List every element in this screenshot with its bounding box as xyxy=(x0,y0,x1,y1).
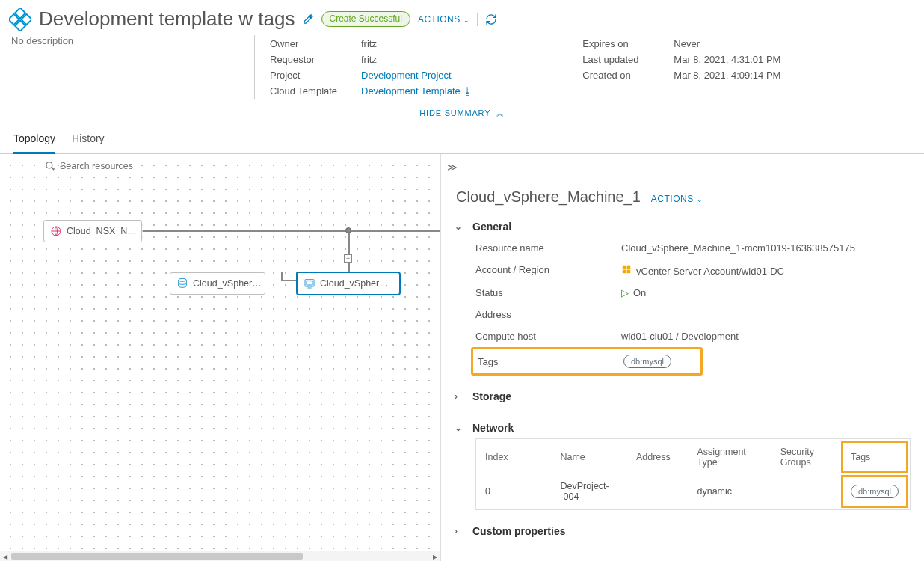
chevron-down-icon: ⌄ xyxy=(455,221,463,232)
svg-point-26 xyxy=(179,278,187,281)
scroll-left-icon[interactable]: ◀ xyxy=(0,551,10,561)
no-description-text: No description xyxy=(11,35,254,99)
section-custom-toggle[interactable]: ›Custom properties xyxy=(455,510,911,542)
cloud-template-link[interactable]: Development Template ⭳ xyxy=(361,85,472,96)
owner-label: Owner xyxy=(270,37,360,51)
vm-icon xyxy=(304,278,315,289)
search-icon[interactable] xyxy=(45,161,55,171)
header-actions-menu[interactable]: ACTIONS ⌄ xyxy=(418,14,469,25)
project-label: Project xyxy=(270,68,360,82)
detail-title: Cloud_vSphere_Machine_1 xyxy=(456,189,641,206)
tag-pill: db:mysql xyxy=(623,355,671,368)
network-row[interactable]: 0 DevProject--004 dynamic db:mysql xyxy=(478,475,908,508)
hide-summary-button[interactable]: HIDE SUMMARY ︽ xyxy=(0,102,924,126)
created-value: Mar 8, 2021, 4:09:14 PM xyxy=(674,68,785,82)
svg-rect-31 xyxy=(627,266,631,269)
collapse-panel-icon[interactable]: ≫ xyxy=(447,162,458,173)
refresh-icon[interactable] xyxy=(485,13,497,25)
expires-label: Expires on xyxy=(582,37,672,51)
col-security-groups: Security Groups xyxy=(773,441,840,473)
cell-sg xyxy=(773,475,840,508)
col-index: Index xyxy=(478,441,551,473)
tab-history[interactable]: History xyxy=(72,126,105,153)
edit-icon[interactable] xyxy=(303,13,314,25)
horizontal-scrollbar[interactable]: ◀ ▶ xyxy=(0,551,440,561)
col-address: Address xyxy=(629,441,689,473)
expand-toggle-icon[interactable]: − xyxy=(344,254,352,263)
updated-value: Mar 8, 2021, 4:31:01 PM xyxy=(674,52,785,67)
resource-name-value: Cloud_vSphere_Machine_1-mcm1019-16363857… xyxy=(621,242,855,254)
page-title: Development template w tags xyxy=(39,7,295,31)
app-logo-icon xyxy=(9,8,31,31)
node-vsphere1-label: Cloud_vSpher… xyxy=(193,278,262,289)
resource-name-label: Resource name xyxy=(475,242,621,254)
cell-tags: db:mysql xyxy=(841,475,908,508)
svg-rect-32 xyxy=(623,270,626,274)
node-vsphere-2[interactable]: Cloud_vSpher… xyxy=(297,272,400,295)
account-region-label: Account / Region xyxy=(475,264,621,277)
node-nsx[interactable]: Cloud_NSX_N… xyxy=(43,220,142,242)
node-vsphere2-label: Cloud_vSpher… xyxy=(320,278,389,289)
cloud-template-label: Cloud Template xyxy=(270,84,360,98)
requestor-label: Requestor xyxy=(270,52,360,67)
project-link[interactable]: Development Project xyxy=(361,70,452,81)
node-nsx-label: Cloud_NSX_N… xyxy=(67,226,137,236)
search-input[interactable] xyxy=(58,160,155,172)
section-storage-toggle[interactable]: ›Storage xyxy=(455,376,911,407)
svg-point-4 xyxy=(46,162,52,168)
tags-label: Tags xyxy=(478,356,623,367)
status-label: Status xyxy=(475,287,621,298)
col-name: Name xyxy=(552,441,627,473)
scroll-right-icon[interactable]: ▶ xyxy=(430,551,440,561)
cell-name: DevProject--004 xyxy=(552,475,627,508)
compute-host-label: Compute host xyxy=(475,331,621,342)
topology-canvas[interactable]: ⌄ - ⌃ xyxy=(0,154,441,561)
cell-address xyxy=(629,475,689,508)
cell-index: 0 xyxy=(478,475,551,508)
owner-value: fritz xyxy=(361,37,477,51)
svg-rect-30 xyxy=(623,266,626,269)
network-table: Index Name Address Assignment Type Secur… xyxy=(475,438,911,510)
requestor-value: fritz xyxy=(361,52,477,67)
status-value: On xyxy=(633,287,646,298)
tag-pill: db:mysql xyxy=(851,485,899,498)
database-icon xyxy=(176,278,188,289)
created-label: Created on xyxy=(582,68,672,82)
svg-rect-28 xyxy=(307,281,312,285)
section-general-toggle[interactable]: ⌄General xyxy=(455,206,911,237)
nsx-icon xyxy=(50,225,62,237)
section-network-toggle[interactable]: ⌄Network xyxy=(455,407,911,438)
status-on-icon: ▷ xyxy=(621,287,629,298)
status-badge: Create Successful xyxy=(321,11,410,26)
scroll-thumb[interactable] xyxy=(11,553,303,560)
svg-line-5 xyxy=(52,168,55,171)
tab-topology[interactable]: Topology xyxy=(13,126,55,154)
chevron-right-icon: › xyxy=(455,391,463,402)
chevron-right-icon: › xyxy=(455,526,463,536)
node-vsphere-1[interactable]: Cloud_vSpher… xyxy=(170,272,265,295)
updated-label: Last updated xyxy=(582,52,672,67)
detail-actions-menu[interactable]: ACTIONS ⌄ xyxy=(651,194,703,204)
chevron-down-icon: ⌄ xyxy=(455,423,463,433)
account-region-value: vCenter Server Account/wld01-DC xyxy=(636,266,784,277)
vcenter-icon xyxy=(621,266,632,277)
svg-rect-33 xyxy=(627,270,631,274)
compute-host-value: wld01-clu01 / Development xyxy=(621,331,739,342)
download-icon[interactable]: ⭳ xyxy=(463,85,472,96)
address-label: Address xyxy=(475,309,621,320)
col-assignment-type: Assignment Type xyxy=(690,441,771,473)
divider xyxy=(477,13,478,26)
expires-value: Never xyxy=(674,37,785,51)
cell-atype: dynamic xyxy=(690,475,771,508)
col-tags: Tags xyxy=(841,441,908,473)
